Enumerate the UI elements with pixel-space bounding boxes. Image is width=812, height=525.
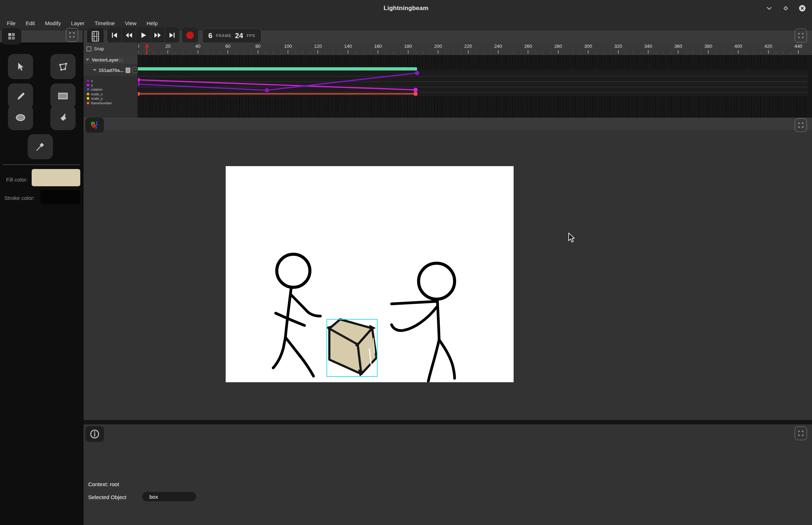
transform-tool-button[interactable] — [50, 54, 76, 79]
ruler-tick-minor — [416, 52, 416, 54]
skip-to-start-icon — [110, 31, 118, 39]
canvas-workspace[interactable] — [84, 130, 812, 420]
ruler-label: 140 — [344, 44, 352, 49]
ruler-tick-minor — [543, 52, 543, 54]
maximize-icon[interactable] — [782, 4, 790, 12]
title-bar: Lightningbeam — [0, 0, 812, 17]
menu-item-modify[interactable]: Modify — [40, 17, 66, 30]
fill-color-label: Fill color: — [6, 177, 28, 183]
ruler-tick-minor — [686, 52, 686, 54]
ruler-tick-minor — [175, 52, 176, 54]
keyframe-y[interactable] — [414, 88, 418, 92]
layer-row-vectorlayer[interactable]: VectorLayer[L] — [84, 55, 137, 64]
ruler-tick-major — [317, 50, 318, 54]
canvas-panel — [84, 118, 812, 420]
close-icon[interactable] — [798, 4, 806, 12]
layer-frame-span[interactable] — [138, 67, 417, 70]
stroke-color-swatch[interactable] — [40, 190, 80, 204]
ellipse-tool-button[interactable] — [8, 105, 33, 130]
ruler-tick-major — [678, 50, 678, 54]
property-row-rotation[interactable]: rotation — [87, 87, 137, 92]
keyframe-frameNumber[interactable] — [414, 92, 418, 96]
timeline-expand-icon[interactable] — [795, 29, 807, 42]
selected-box-object[interactable] — [326, 319, 377, 377]
frame-fps-display[interactable]: 6 FRAME 24 FPS — [202, 28, 261, 43]
skip-to-end-button[interactable] — [165, 27, 179, 43]
property-row-y[interactable]: y — [87, 83, 137, 87]
ruler-tick-minor — [461, 52, 461, 54]
playhead[interactable] — [144, 43, 149, 56]
record-button[interactable] — [182, 27, 198, 43]
fps-value: 24 — [235, 32, 243, 40]
collapse-triangle-icon[interactable] — [86, 59, 89, 61]
select-tool-button[interactable] — [8, 54, 33, 79]
keyframe-x[interactable] — [415, 71, 419, 75]
rewind-button[interactable] — [122, 27, 136, 43]
ruler-tick-major — [768, 50, 769, 54]
ruler-label: 160 — [374, 44, 382, 49]
snap-checkbox[interactable] — [86, 46, 91, 51]
timeline-ruler[interactable]: 0204060801001201401601802002202402602803… — [84, 42, 812, 55]
ruler-tick-major — [738, 50, 739, 54]
property-label: frameNumber — [91, 101, 112, 105]
ruler-tick-major — [348, 50, 348, 54]
stick-figure-left[interactable] — [273, 254, 320, 376]
property-label: y — [91, 83, 93, 87]
window-title: Lightningbeam — [384, 5, 428, 12]
selected-object-label: Selected Object — [88, 494, 126, 500]
property-color-dot — [87, 88, 89, 91]
transform-icon — [58, 61, 68, 72]
ruler-tick-major — [258, 50, 258, 54]
property-row-scale_y[interactable]: scale_y — [87, 96, 137, 101]
selected-object-input[interactable] — [142, 492, 196, 501]
inspector-expand-icon[interactable] — [795, 426, 807, 440]
layer-visibility-toggle[interactable] — [126, 68, 130, 73]
ruler-label: 420 — [764, 44, 772, 49]
property-color-dot — [87, 93, 89, 95]
ruler-tick-minor — [430, 52, 431, 54]
fast-forward-button[interactable] — [151, 27, 165, 43]
sublayer-row[interactable]: 151ad70a... ~ — [84, 64, 137, 76]
ruler-tick-minor — [693, 52, 694, 54]
paint-bucket-tool-button[interactable] — [50, 105, 76, 130]
property-row-scale_x[interactable]: scale_x — [87, 92, 137, 96]
fill-color-swatch[interactable] — [32, 169, 80, 186]
stroke-color-label: Stroke color: — [4, 195, 35, 201]
tools-expand-icon[interactable] — [66, 28, 78, 42]
ruler-tick-minor — [633, 52, 633, 54]
keyframe-curves[interactable] — [84, 55, 812, 118]
ruler-tick-minor — [656, 52, 656, 54]
stick-figure-right[interactable] — [392, 263, 455, 381]
ruler-label: 260 — [524, 44, 532, 49]
play-button[interactable] — [136, 27, 150, 43]
menu-item-edit[interactable]: Edit — [21, 17, 40, 30]
rectangle-icon — [58, 92, 68, 100]
curve-y[interactable] — [138, 80, 416, 90]
ruler-tick-minor — [671, 52, 671, 54]
ruler-tick-minor — [520, 52, 521, 54]
panel-grid-icon[interactable] — [2, 28, 21, 45]
layer-panel: Snap VectorLayer[L] 151ad70a... ~ xyrota… — [84, 42, 138, 118]
ruler-label: 380 — [704, 44, 712, 49]
ruler-tick-minor — [611, 52, 611, 54]
frame-label: FRAME — [216, 33, 231, 38]
info-tab-button[interactable] — [85, 426, 104, 442]
ruler-tick-major — [468, 50, 469, 54]
ruler-tick-minor — [701, 52, 701, 54]
ruler-label: 60 — [225, 44, 230, 49]
eyedropper-tool-button[interactable] — [28, 134, 53, 159]
property-row-x[interactable]: x — [87, 78, 137, 83]
ruler-label: 180 — [404, 44, 412, 49]
skip-to-start-button[interactable] — [107, 27, 122, 43]
collapse-triangle-icon[interactable] — [93, 69, 96, 71]
ruler-tick-minor — [273, 52, 273, 54]
layer-ease-toggle[interactable]: ~ — [132, 67, 137, 73]
keyframe-x[interactable] — [265, 88, 269, 92]
ruler-label: 220 — [464, 44, 472, 49]
timeline-tracks[interactable] — [84, 55, 812, 118]
stage-canvas[interactable] — [226, 166, 514, 382]
ruler-tick-major — [558, 50, 559, 54]
property-row-frameNumber[interactable]: frameNumber — [87, 101, 137, 105]
ruler-tick-minor — [551, 52, 551, 54]
minimize-icon[interactable] — [765, 4, 773, 12]
